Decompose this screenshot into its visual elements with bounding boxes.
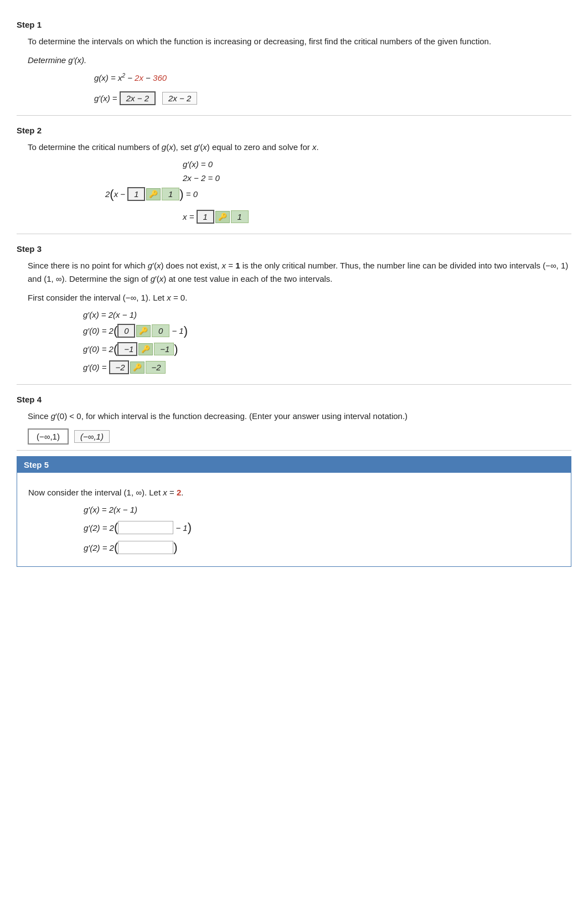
step2-content: To determine the critical numbers of g(x… [17, 141, 571, 224]
step3-key-icon1[interactable]: 🔑 [136, 325, 151, 337]
step2-icon-val2[interactable]: 1 [231, 210, 249, 223]
step5-line2: g′(2) = 2 ( − 1 ) [28, 521, 560, 534]
step3-line3: g′(0) = 2 ( −1 🔑 −1 ) [28, 342, 571, 356]
step3-key-icon2[interactable]: 🔑 [138, 343, 153, 355]
step4-answer-box[interactable]: (−∞,1) [28, 428, 69, 445]
step5-desc: Now consider the interval (1, ∞). Let x … [28, 486, 560, 499]
step4-block: Step 4 Since g′(0) < 0, for which interv… [17, 385, 571, 451]
step4-content: Since g′(0) < 0, for which interval is t… [17, 410, 571, 445]
step4-desc: Since g′(0) < 0, for which interval is t… [28, 410, 571, 423]
step3-line1: g′(x) = 2(x − 1) [28, 310, 571, 319]
step1-gx: g(x) = x2 − 2x − 360 [28, 73, 571, 82]
step4-answer-row: (−∞,1) (−∞,1) [28, 428, 571, 445]
step3-icon-val3[interactable]: −2 [146, 361, 166, 374]
page: Step 1 To determine the intervals on whi… [0, 0, 588, 577]
step4-label: Step 4 [17, 395, 571, 404]
step3-label: Step 3 [17, 244, 571, 254]
step3-line2: g′(0) = 2 ( 0 🔑 0 − 1 ) [28, 324, 571, 338]
step2-eq4: x = 1 🔑 1 [28, 210, 571, 224]
step1-gpx-box[interactable]: 2x − 2 [120, 91, 156, 105]
step3-line4: g′(0) = −2 🔑 −2 [28, 360, 571, 374]
step5-input1[interactable] [118, 521, 173, 534]
step3-block: Step 3 Since there is no point for which… [17, 234, 571, 385]
step1-block: Step 1 To determine the intervals on whi… [17, 10, 571, 116]
step3-content: Since there is no point for which g′(x) … [17, 259, 571, 374]
step1-gpx-answer[interactable]: 2x − 2 [162, 92, 197, 105]
step5-line3: g′(2) = 2 ( ) [28, 541, 560, 554]
step1-determine: Determine g′(x). [28, 54, 571, 67]
step3-key-icon3[interactable]: 🔑 [130, 361, 145, 374]
step5-input2[interactable] [118, 541, 173, 554]
step3-desc2: First consider the interval (−∞, 1). Let… [28, 291, 571, 304]
step2-eq2: 2x − 2 = 0 [28, 173, 571, 183]
step2-icon-val1[interactable]: 1 [162, 188, 179, 200]
step3-box1[interactable]: 0 [117, 324, 135, 338]
step2-label: Step 2 [17, 126, 571, 135]
step1-content: To determine the intervals on which the … [17, 35, 571, 105]
step5-content: Now consider the interval (1, ∞). Let x … [17, 478, 571, 566]
step5-block: Step 5 Now consider the interval (1, ∞).… [17, 456, 571, 567]
step3-box3[interactable]: −2 [109, 360, 129, 374]
step1-label: Step 1 [17, 20, 571, 29]
step3-icon-val2[interactable]: −1 [154, 343, 174, 355]
step2-box1[interactable]: 1 [127, 187, 145, 201]
step5-label: Step 5 [17, 457, 571, 473]
step2-eq3: 2 ( x − 1 🔑 1 ) = 0 [28, 187, 571, 201]
step1-desc: To determine the intervals on which the … [28, 35, 571, 48]
step2-key-icon2[interactable]: 🔑 [215, 211, 230, 223]
step2-key-icon1[interactable]: 🔑 [146, 188, 161, 200]
step2-box2[interactable]: 1 [197, 210, 214, 224]
step2-desc: To determine the critical numbers of g(x… [28, 141, 571, 154]
step4-answer-confirm[interactable]: (−∞,1) [74, 430, 110, 443]
step5-line1: g′(x) = 2(x − 1) [28, 505, 560, 514]
step3-icon-val1[interactable]: 0 [152, 324, 169, 337]
step3-box2[interactable]: −1 [117, 342, 137, 356]
step1-gpx: g′(x) = 2x − 2 2x − 2 [28, 91, 571, 105]
step3-desc1: Since there is no point for which g′(x) … [28, 259, 571, 286]
step2-block: Step 2 To determine the critical numbers… [17, 116, 571, 234]
step2-eq1: g′(x) = 0 [28, 159, 571, 169]
